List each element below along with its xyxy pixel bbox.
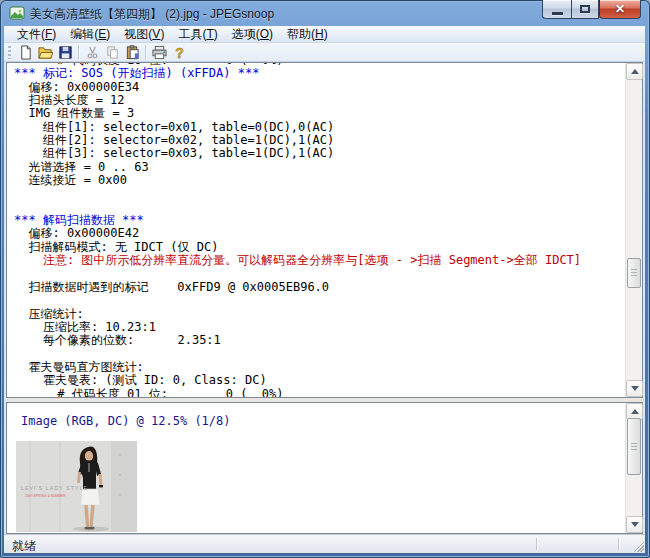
new-file-icon: [18, 45, 33, 60]
maximize-icon: [580, 5, 590, 13]
new-file-button[interactable]: [15, 44, 35, 61]
menu-label: ): [52, 27, 56, 41]
image-preview-pane[interactable]: Image (RGB, DC) @ 12.5% (1/8): [6, 402, 643, 534]
console-line: 扫描数据时遇到的标记 0xFFD9 @ 0x0005EB96.0: [14, 281, 624, 294]
window-controls: ✕: [542, 0, 641, 19]
console-line: [14, 348, 624, 361]
console-line: [14, 268, 624, 281]
minimize-button[interactable]: [542, 0, 571, 19]
console-line: 霍夫曼表: (测试 ID: 0, Class: DC): [14, 374, 624, 387]
console-line: *** 解码扫描数据 ***: [14, 214, 624, 227]
menu-mnemonic: O: [260, 27, 269, 41]
console-line: # 代码长度 01 位: 0 ( 0%): [14, 388, 624, 397]
console-line: 偏移: 0x00000E34: [14, 81, 624, 94]
toolbar: ?: [4, 43, 645, 62]
cut-button[interactable]: [82, 44, 102, 61]
menu-item-view[interactable]: 视图(V): [117, 25, 171, 44]
console-line: *** 标记: SOS (开始扫描) (xFFDA) ***: [14, 67, 624, 80]
menu-item-edit[interactable]: 编辑(E): [63, 25, 117, 44]
menu-label: 编辑(: [70, 27, 98, 41]
arrow-up-icon: [631, 409, 639, 414]
paste-button[interactable]: [122, 44, 142, 61]
menu-label: 工具(: [178, 27, 206, 41]
menu-item-help[interactable]: 帮助(H): [280, 25, 335, 44]
menu-item-options[interactable]: 选项(O): [225, 25, 280, 44]
svg-text:?: ?: [175, 45, 184, 60]
save-file-icon: [58, 45, 73, 60]
arrow-down-icon: [631, 386, 639, 391]
scroll-down-button[interactable]: [626, 380, 643, 397]
scroll-down-button[interactable]: [626, 516, 643, 533]
thumb-grip-icon: [631, 443, 637, 451]
scroll-up-button[interactable]: [626, 63, 643, 80]
cut-icon: [85, 45, 100, 60]
console-line: 光谱选择 = 0 .. 63: [14, 161, 624, 174]
console-line: [14, 201, 624, 214]
preview-thumbnail: LEVI'S LADY STYLE 2009 SPRING & SUMMER: [16, 441, 137, 532]
status-separator: [536, 538, 537, 550]
paste-icon: [125, 45, 140, 60]
app-icon: [9, 5, 25, 21]
analysis-output-pane[interactable]: # 代码长度 16 位: 0 ( 0%)*** 标记: SOS (开始扫描) (…: [6, 62, 643, 398]
image-info-label: Image (RGB, DC) @ 12.5% (1/8): [21, 414, 231, 428]
close-button[interactable]: ✕: [599, 0, 641, 19]
thumbnail-brand-text: LEVI'S LADY STYLE: [21, 485, 88, 491]
print-button[interactable]: [149, 44, 169, 61]
console-line: 注意: 图中所示低分辨率直流分量。可以解码器全分辨率与[选项 - >扫描 Seg…: [14, 254, 624, 267]
jpegsnoop-window: 美女高清壁纸【第四期】 (2).jpg - JPEGsnoop ✕ 文件(F) …: [0, 0, 650, 558]
open-file-button[interactable]: [35, 44, 55, 61]
title-bar[interactable]: 美女高清壁纸【第四期】 (2).jpg - JPEGsnoop ✕: [0, 0, 650, 26]
menu-item-file[interactable]: 文件(F): [10, 25, 63, 44]
window-title: 美女高清壁纸【第四期】 (2).jpg - JPEGsnoop: [30, 6, 274, 23]
client-area: 文件(F) 编辑(E) 视图(V) 工具(T) 选项(O) 帮助(H): [4, 26, 645, 553]
console-line: IMG 组件数量 = 3: [14, 107, 624, 120]
resize-grip[interactable]: [631, 539, 644, 552]
toolbar-gripper[interactable]: [8, 46, 11, 59]
toolbar-separator: [78, 45, 79, 59]
console-line: 每个像素的位数: 2.35:1: [14, 334, 624, 347]
menu-mnemonic: T: [206, 27, 213, 41]
save-file-button[interactable]: [55, 44, 75, 61]
menu-label: ): [214, 27, 218, 41]
console-line: 偏移: 0x00000E42: [14, 227, 624, 240]
menu-label: ): [160, 27, 164, 41]
menu-label: 文件(: [17, 27, 45, 41]
main-scrollbar[interactable]: [625, 63, 642, 397]
thumb-grip-icon: [631, 269, 637, 277]
menu-label: 选项(: [232, 27, 260, 41]
console-line: 组件[1]: selector=0x01, table=0(DC),0(AC): [14, 121, 624, 134]
toolbar-separator: [145, 45, 146, 59]
menu-mnemonic: H: [315, 27, 324, 41]
maximize-button[interactable]: [571, 0, 599, 19]
status-text: 就绪: [12, 538, 36, 555]
image-scrollbar[interactable]: [625, 403, 642, 533]
open-file-icon: [38, 45, 53, 60]
console-line: 组件[3]: selector=0x03, table=1(DC),1(AC): [14, 147, 624, 160]
menu-label: 帮助(: [287, 27, 315, 41]
scroll-thumb[interactable]: [627, 258, 641, 288]
minimize-icon: [552, 12, 563, 15]
thumbnail-season-text: 2009 SPRING & SUMMER: [25, 494, 66, 498]
status-separator: [618, 538, 619, 550]
status-bar: 就绪: [4, 534, 645, 553]
menu-bar: 文件(F) 编辑(E) 视图(V) 工具(T) 选项(O) 帮助(H): [4, 26, 645, 43]
menu-item-tools[interactable]: 工具(T): [171, 25, 224, 44]
console-line: [14, 294, 624, 307]
scroll-thumb[interactable]: [627, 418, 641, 475]
menu-label: 视图(: [124, 27, 152, 41]
console-line: 压缩统计:: [14, 308, 624, 321]
copy-icon: [105, 45, 120, 60]
menu-label: ): [324, 27, 328, 41]
arrow-up-icon: [631, 69, 639, 74]
console-line: 连续接近 = 0x00: [14, 174, 624, 187]
help-button[interactable]: ?: [169, 44, 189, 61]
console-line: 压缩比率: 10.23:1: [14, 321, 624, 334]
console-line: 扫描头长度 = 12: [14, 94, 624, 107]
console-line: [14, 187, 624, 200]
close-icon: ✕: [615, 1, 625, 18]
copy-button[interactable]: [102, 44, 122, 61]
help-icon: ?: [172, 45, 187, 60]
console-line: 霍夫曼码直方图统计:: [14, 361, 624, 374]
console-text: # 代码长度 16 位: 0 ( 0%)*** 标记: SOS (开始扫描) (…: [7, 63, 624, 397]
menu-label: ): [106, 27, 110, 41]
